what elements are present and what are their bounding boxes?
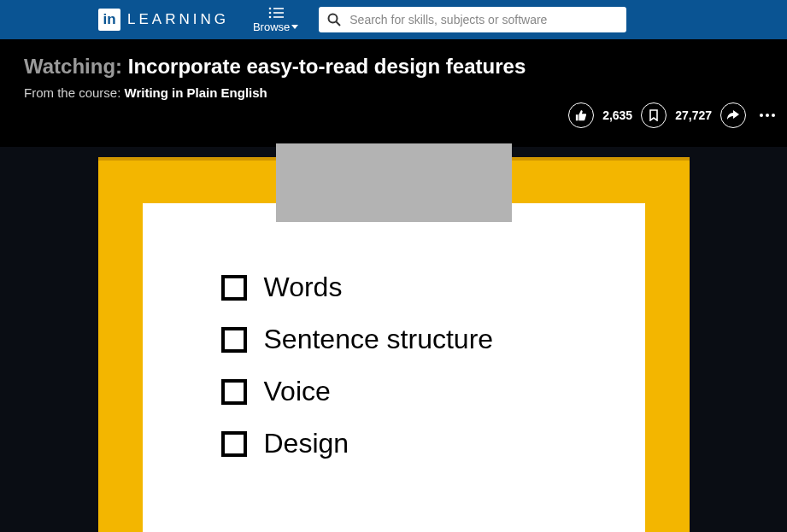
more-options-button[interactable] xyxy=(760,114,775,117)
share-arrow-icon xyxy=(727,110,739,120)
list-item-label: Voice xyxy=(264,376,331,407)
checkbox-icon xyxy=(221,431,247,457)
slide-frame: Words Sentence structure Voice Design xyxy=(98,157,690,532)
list-item: Words xyxy=(221,272,494,303)
like-count: 2,635 xyxy=(602,108,632,122)
search-icon xyxy=(327,13,341,26)
video-header: Watching: Incorporate easy-to-read desig… xyxy=(0,39,787,112)
linkedin-logo-icon: in xyxy=(98,9,120,31)
video-title-line: Watching: Incorporate easy-to-read desig… xyxy=(24,55,787,79)
search-input[interactable] xyxy=(349,13,618,26)
list-item-label: Sentence structure xyxy=(264,324,494,355)
watching-prefix: Watching: xyxy=(24,55,122,78)
bookmark-count: 27,727 xyxy=(675,108,712,122)
like-button[interactable] xyxy=(568,102,594,128)
checkbox-icon xyxy=(221,379,247,405)
learning-label: LEARNING xyxy=(127,11,229,28)
logo-block[interactable]: in LEARNING xyxy=(98,9,229,31)
svg-point-1 xyxy=(268,11,271,14)
browse-label-text: Browse xyxy=(253,20,290,33)
checkbox-icon xyxy=(221,275,247,301)
list-item-label: Design xyxy=(264,428,349,459)
video-area[interactable]: Words Sentence structure Voice Design xyxy=(0,147,787,532)
svg-point-6 xyxy=(329,15,338,23)
bookmark-button[interactable] xyxy=(641,102,667,128)
chevron-down-icon xyxy=(291,25,298,29)
video-title: Incorporate easy-to-read design features xyxy=(128,55,526,78)
svg-point-2 xyxy=(268,15,271,18)
top-nav: in LEARNING Browse xyxy=(0,0,787,39)
tape-graphic xyxy=(276,143,512,222)
course-line: From the course: Writing in Plain Englis… xyxy=(24,85,787,100)
bookmark-icon xyxy=(649,109,659,121)
list-item: Design xyxy=(221,428,494,459)
course-name[interactable]: Writing in Plain English xyxy=(125,85,267,100)
svg-line-7 xyxy=(337,22,341,26)
list-item: Voice xyxy=(221,376,494,407)
browse-menu[interactable]: Browse xyxy=(253,7,298,33)
share-button[interactable] xyxy=(720,102,746,128)
video-actions: 2,635 27,727 xyxy=(568,102,775,128)
dot xyxy=(760,114,763,117)
dot xyxy=(766,114,769,117)
list-item: Sentence structure xyxy=(221,324,494,355)
dot xyxy=(772,114,775,117)
list-item-label: Words xyxy=(264,272,343,303)
svg-point-0 xyxy=(268,7,271,9)
checklist: Words Sentence structure Voice Design xyxy=(221,272,494,480)
thumbs-up-icon xyxy=(575,109,587,121)
search-box[interactable] xyxy=(319,7,626,32)
checkbox-icon xyxy=(221,327,247,353)
list-icon xyxy=(268,7,284,19)
course-prefix: From the course: xyxy=(24,85,120,100)
